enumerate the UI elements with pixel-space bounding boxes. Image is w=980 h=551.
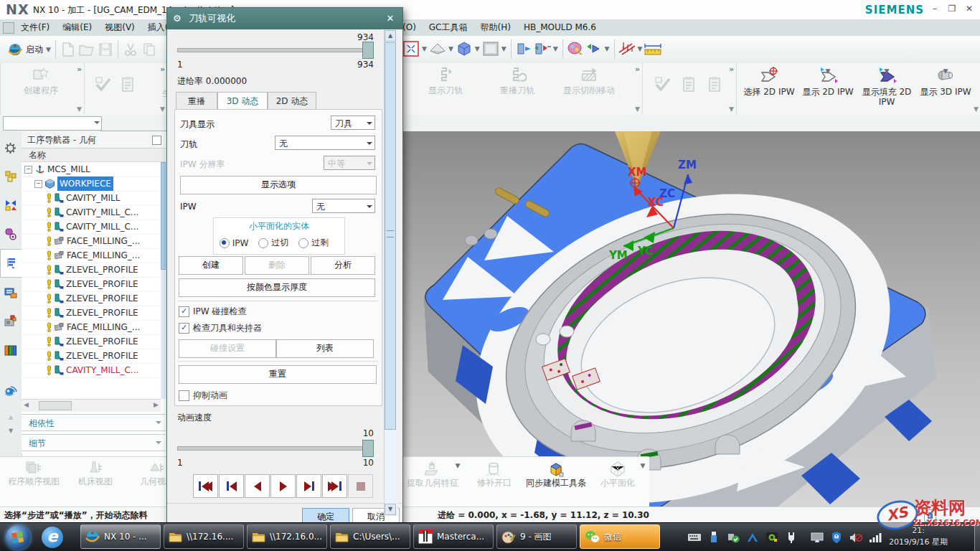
tab-3D 动态[interactable]: 3D 动态 (217, 92, 268, 110)
tree-row[interactable]: ZLEVEL_PROFILE (22, 349, 161, 364)
machine-view-button[interactable]: 机床视图 (65, 457, 126, 486)
tree-row[interactable]: ZLEVEL_PROFILE (22, 306, 161, 321)
tree-row[interactable]: ZLEVEL_PROFILE (22, 277, 161, 292)
datum-grid-icon[interactable] (618, 39, 636, 59)
dependencies-panel[interactable]: 相依性 (22, 414, 166, 431)
reset-button[interactable]: 重置 (179, 365, 377, 384)
ipw-dropdown[interactable]: 无 (312, 199, 375, 213)
shield-tray-icon[interactable] (829, 530, 844, 545)
tree-row[interactable]: ZLEVEL_PROFILE (22, 334, 161, 349)
report-icon[interactable] (680, 76, 697, 93)
copy-icon[interactable] (140, 39, 159, 60)
dropdown-caret-icon[interactable]: ▼ (639, 461, 647, 471)
suppress-animation-checkbox[interactable]: 抑制动画 (179, 390, 227, 402)
extract-feature-button[interactable]: 提取几何特征▼ (402, 457, 463, 488)
replay-toolpath-button[interactable]: 重播刀轨 (481, 63, 553, 112)
tree-row[interactable]: ZLEVEL_PROFILE (22, 263, 161, 278)
group-options-icon[interactable]: ▼ (635, 105, 640, 113)
feature-navigator-tab[interactable] (0, 308, 21, 335)
tree-vscrollbar-thumb[interactable] (161, 162, 166, 270)
view-orient-icon[interactable] (428, 39, 447, 59)
dropdown-caret-icon[interactable]: ▼ (552, 45, 560, 52)
taskbar-folder-button[interactable]: \\172.16.... (164, 524, 244, 549)
tree-expand-icon[interactable]: − (34, 180, 42, 188)
part-navigator-tab[interactable] (0, 220, 21, 248)
nvidia-tray-icon[interactable] (765, 530, 779, 545)
show-toolpath-button[interactable]: 显示刀轨 (410, 63, 481, 112)
tree-row[interactable]: CAVITY_MILL_C... (22, 205, 161, 220)
tree-row[interactable]: CAVITY_MILL (22, 191, 161, 206)
tree-row[interactable]: −WORKPIECE (22, 176, 161, 192)
gear-tab[interactable] (0, 134, 21, 161)
minimize-button[interactable]: – (927, 3, 943, 16)
dropdown-caret-icon[interactable]: ▼ (454, 461, 462, 471)
group-overflow-icon[interactable]: » (77, 65, 82, 74)
tree-row[interactable]: FACE_MILLING_... (22, 320, 161, 335)
group-overflow-icon[interactable]: » (160, 65, 165, 74)
new-file-icon[interactable] (59, 39, 77, 60)
dropdown-caret-icon[interactable]: ▼ (473, 45, 481, 52)
check-toolpath-icon[interactable] (654, 76, 672, 93)
刀轨-dropdown[interactable]: 无 (275, 136, 375, 150)
list-output-icon[interactable] (119, 76, 136, 93)
dropdown-caret-icon[interactable]: ▼ (447, 45, 455, 52)
close-button[interactable]: ✕ (961, 3, 977, 16)
group-overflow-icon[interactable]: » (635, 65, 640, 74)
IPW 碰撞检查-checkbox[interactable]: ✓IPW 碰撞检查 (179, 306, 246, 318)
select-2d-ipw-button[interactable]: 选择 2D IPW (740, 63, 798, 112)
create-program-button[interactable]: 创建程序 (5, 63, 77, 112)
monitor-tray-icon[interactable] (810, 530, 824, 545)
dropdown-caret-icon[interactable]: ▼ (500, 45, 508, 52)
speaker-muted-tray-icon[interactable] (849, 530, 863, 545)
save-icon[interactable] (96, 39, 115, 60)
start-button[interactable]: 启动 (26, 44, 43, 56)
scroll-right-icon[interactable]: ▶ (154, 401, 159, 408)
过剩-radio[interactable]: 过剩 (298, 237, 329, 249)
tab-重播[interactable]: 重播 (176, 92, 217, 110)
thickness-by-color-button[interactable]: 按颜色显示厚度 (179, 278, 375, 297)
open-file-icon[interactable] (77, 39, 96, 60)
group-options-icon[interactable]: ▼ (77, 105, 82, 113)
filter-combo[interactable] (3, 116, 102, 131)
menu-item-2[interactable]: 视图(V) (98, 19, 141, 36)
render-style-icon[interactable] (455, 39, 473, 59)
details-panel[interactable]: 细节 (22, 434, 166, 451)
sync-modeling-button[interactable]: 同步建模工具条 (525, 457, 587, 488)
menu-item-0[interactable]: 文件(F) (14, 19, 56, 36)
dropdown-caret-icon[interactable]: ▼ (420, 45, 428, 52)
usb-check-tray-icon[interactable] (726, 530, 740, 545)
刀具显示-dropdown[interactable]: 刀具 (331, 116, 375, 130)
skip-to-start-button[interactable] (193, 474, 218, 498)
step-back-button[interactable] (219, 474, 244, 498)
true-shading-icon[interactable] (566, 39, 585, 59)
play-reverse-button[interactable] (245, 474, 270, 498)
verify-icon[interactable] (95, 76, 112, 93)
group-options-icon[interactable]: ▼ (729, 105, 734, 113)
cut-icon[interactable] (121, 39, 140, 60)
tree-row[interactable]: −MCS_MILL (22, 162, 161, 177)
tree-row[interactable]: CAVITY_MILL_C... (22, 220, 161, 235)
taskbar-mastercam-button[interactable]: Masterca... (413, 524, 494, 549)
move-slider-handle[interactable] (362, 42, 374, 59)
speed-slider-handle[interactable] (362, 440, 374, 457)
scroll-down-icon[interactable]: ▼ (385, 504, 396, 515)
fit-view-icon[interactable] (402, 39, 420, 59)
skip-to-end-button[interactable] (322, 474, 347, 498)
move-slider-track[interactable] (177, 48, 374, 52)
play-forward-button[interactable] (270, 474, 296, 498)
dock-icon[interactable] (152, 136, 161, 145)
plug-tray-icon[interactable] (784, 530, 798, 545)
创建-button[interactable]: 创建 (179, 256, 243, 275)
taskbar-paint-button[interactable]: 9 - 画图 (496, 524, 577, 549)
scroll-up-icon[interactable]: ▲ (0, 414, 22, 420)
dropdown-caret-icon[interactable]: ▼ (603, 45, 611, 52)
internet-browser-tab[interactable] (0, 377, 21, 404)
menu-item-right-1[interactable]: GC工具箱 (423, 19, 474, 36)
show-cutting-moves-button[interactable]: 显示切削移动 (553, 63, 625, 112)
patch-opening-button[interactable]: 修补开口 (463, 457, 525, 488)
show-2d-ipw-button[interactable]: 显示 2D IPW▼ (798, 63, 857, 112)
measure-icon[interactable] (644, 39, 662, 59)
facet-button[interactable]: 小平面化▼ (587, 457, 649, 488)
IPW-radio[interactable]: IPW (220, 237, 249, 249)
tab-2D 动态[interactable]: 2D 动态 (268, 92, 316, 110)
